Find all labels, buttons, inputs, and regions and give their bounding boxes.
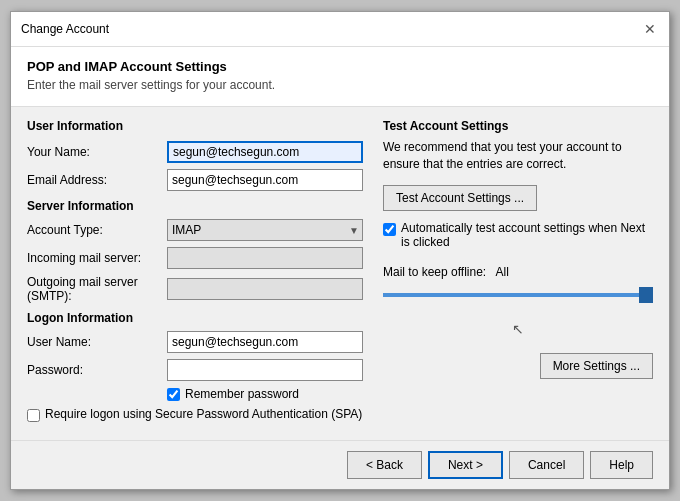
close-button[interactable]: ✕ <box>641 20 659 38</box>
account-type-select[interactable]: IMAP POP3 <box>167 219 363 241</box>
next-button[interactable]: Next > <box>428 451 503 479</box>
your-name-label: Your Name: <box>27 145 167 159</box>
auto-test-label: Automatically test account settings when… <box>401 221 653 249</box>
main-content: User Information Your Name: Email Addres… <box>11 107 669 440</box>
auto-test-row: Automatically test account settings when… <box>383 221 653 249</box>
test-description: We recommend that you test your account … <box>383 139 653 173</box>
slider-fill <box>383 293 653 297</box>
help-button[interactable]: Help <box>590 451 653 479</box>
footer: < Back Next > Cancel Help <box>11 440 669 489</box>
account-type-wrapper: IMAP POP3 ▼ <box>167 219 363 241</box>
offline-section: Mail to keep offline: All ↖ <box>383 265 653 341</box>
test-settings-title: Test Account Settings <box>383 119 653 133</box>
back-button[interactable]: < Back <box>347 451 422 479</box>
cancel-button[interactable]: Cancel <box>509 451 584 479</box>
password-input[interactable] <box>167 359 363 381</box>
server-information-title: Server Information <box>27 199 363 213</box>
outgoing-server-label: Outgoing mail server (SMTP): <box>27 275 167 303</box>
user-name-input[interactable] <box>167 331 363 353</box>
password-row: Password: <box>27 359 363 381</box>
outgoing-server-row: Outgoing mail server (SMTP): <box>27 275 363 303</box>
left-panel: User Information Your Name: Email Addres… <box>27 119 363 428</box>
email-address-input[interactable] <box>167 169 363 191</box>
account-type-label: Account Type: <box>27 223 167 237</box>
offline-slider-container <box>383 285 653 305</box>
incoming-server-label: Incoming mail server: <box>27 251 167 265</box>
offline-label: Mail to keep offline: All <box>383 265 653 279</box>
email-address-label: Email Address: <box>27 173 167 187</box>
offline-value: All <box>496 265 509 279</box>
remember-password-checkbox[interactable] <box>167 388 180 401</box>
your-name-row: Your Name: <box>27 141 363 163</box>
require-logon-label: Require logon using Secure Password Auth… <box>45 407 362 421</box>
header-title: POP and IMAP Account Settings <box>27 59 653 74</box>
email-address-row: Email Address: <box>27 169 363 191</box>
incoming-server-row: Incoming mail server: <box>27 247 363 269</box>
header-subtitle: Enter the mail server settings for your … <box>27 78 653 92</box>
user-name-label: User Name: <box>27 335 167 349</box>
title-bar: Change Account ✕ <box>11 12 669 47</box>
header-section: POP and IMAP Account Settings Enter the … <box>11 47 669 107</box>
incoming-server-input[interactable] <box>167 247 363 269</box>
cursor-placeholder: ↖ <box>383 315 653 341</box>
user-information-title: User Information <box>27 119 363 133</box>
change-account-dialog: Change Account ✕ POP and IMAP Account Se… <box>10 11 670 490</box>
dialog-title: Change Account <box>21 22 109 36</box>
account-type-row: Account Type: IMAP POP3 ▼ <box>27 219 363 241</box>
slider-thumb[interactable] <box>639 287 653 303</box>
right-panel: Test Account Settings We recommend that … <box>383 119 653 428</box>
more-settings-button[interactable]: More Settings ... <box>540 353 653 379</box>
test-account-settings-button[interactable]: Test Account Settings ... <box>383 185 537 211</box>
remember-password-row: Remember password <box>167 387 363 401</box>
user-name-row: User Name: <box>27 331 363 353</box>
remember-password-label: Remember password <box>185 387 299 401</box>
require-logon-row: Require logon using Secure Password Auth… <box>27 407 363 422</box>
password-label: Password: <box>27 363 167 377</box>
outgoing-server-input[interactable] <box>167 278 363 300</box>
auto-test-checkbox[interactable] <box>383 223 396 236</box>
your-name-input[interactable] <box>167 141 363 163</box>
logon-information-title: Logon Information <box>27 311 363 325</box>
cursor-icon: ↖ <box>512 321 524 337</box>
require-logon-checkbox[interactable] <box>27 409 40 422</box>
